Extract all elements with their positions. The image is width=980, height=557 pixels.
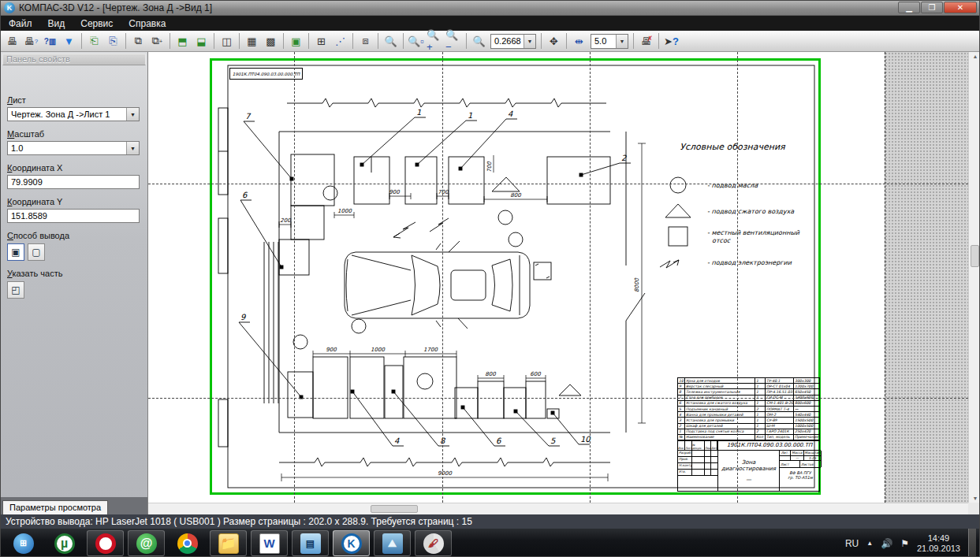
menu-bar: ФайлВидСервисСправка	[1, 16, 979, 31]
signature-row: Пров.	[678, 457, 717, 463]
pan-icon[interactable]: ✥	[545, 32, 563, 50]
corner-stamp: 1901К.ПТ04.090.03.00.000.ТП	[229, 68, 303, 80]
scale-combo-arrow-icon[interactable]: ▼	[126, 142, 139, 154]
taskbar-icon-word[interactable]: W	[251, 530, 288, 556]
help-page-icon[interactable]: ?▥	[41, 32, 59, 50]
sheet-combo-arrow-icon[interactable]: ▼	[126, 108, 139, 121]
page-layout-icon[interactable]: ◫	[218, 32, 236, 50]
zoom-scale-icon[interactable]: 🔍	[470, 32, 488, 50]
zoom-in-icon[interactable]: 🔍+	[426, 32, 444, 50]
tab-preview-parameters[interactable]: Параметры просмотра	[2, 500, 108, 514]
horizontal-scrollbar[interactable]	[148, 503, 968, 514]
taskbar-icon-utorrent[interactable]: µ	[46, 530, 83, 556]
snap-grid-icon[interactable]: ⋰	[331, 32, 349, 50]
menu-item[interactable]: Справка	[121, 16, 173, 31]
close-button[interactable]: ✕	[944, 2, 977, 13]
signature-rows: Разраб. Пров. Н.контр. Утв.	[678, 451, 717, 492]
volume-icon[interactable]: 🔊	[881, 538, 892, 549]
panel-header[interactable]: Панель свойств	[2, 54, 146, 65]
pages-grid-icon[interactable]: ▦	[243, 32, 261, 50]
leader-6: 6	[242, 191, 248, 199]
rotate-page-left-icon[interactable]: ⎗	[85, 32, 103, 50]
tray-expand-icon[interactable]: ▲	[866, 540, 873, 547]
action-center-flag-icon[interactable]: ⚑	[900, 538, 909, 549]
menu-item[interactable]: Вид	[40, 16, 73, 31]
taskbar-icon-opera[interactable]	[87, 530, 124, 556]
system-tray: RU ▲ 🔊 ⚑ 14:49 21.09.2013	[845, 529, 979, 557]
page-break-line	[590, 52, 591, 503]
paste-page-icon[interactable]: ⧉+	[148, 32, 166, 50]
select-part-icon[interactable]: ◰	[7, 281, 24, 299]
dim-overall-9000: 9000	[438, 470, 452, 477]
fit-width-icon[interactable]: ⇹	[570, 32, 588, 50]
spec-row: 6Установка для сжатого воздуха1СМ-1.401.…	[678, 401, 819, 407]
taskbar-icon-mailru-agent[interactable]: @	[128, 530, 165, 556]
scroll-down-icon[interactable]: ▼	[969, 496, 980, 501]
filter-icon[interactable]: ▼	[60, 32, 78, 50]
dim-b900: 900	[326, 347, 337, 353]
taskbar-icon-photo-viewer[interactable]: ⛰	[374, 530, 411, 556]
title-bar[interactable]: K КОМПАС-3D V12 - [Чертеж. Зона Д ->Вид …	[1, 1, 979, 16]
taskbar-icon-control-app[interactable]: ▤	[292, 530, 329, 556]
drawing-sheet: 7 1 1 4 2 6 9 4 8 6 5 10 900 700 800 100…	[210, 58, 821, 495]
language-indicator[interactable]: RU	[845, 538, 859, 549]
scroll-up-icon[interactable]: ▲	[969, 54, 980, 59]
taskbar-icon-kompas-3d[interactable]: K	[333, 530, 370, 556]
add-sheet-icon[interactable]: ⬒	[173, 32, 192, 50]
zoom-page-icon[interactable]: 🔍	[382, 32, 400, 50]
output-part-icon[interactable]: ▣	[7, 243, 24, 261]
zoom-value-combo[interactable]: 0.2668 ▼	[490, 34, 536, 49]
vertical-scroll-thumb[interactable]	[971, 245, 979, 267]
rotate-page-right-icon[interactable]: ⎘	[104, 32, 122, 50]
zoom-out-icon[interactable]: 🔍−	[445, 32, 463, 50]
taskbar-icon-explorer-folder[interactable]: 📁	[210, 530, 247, 556]
restore-button[interactable]: ❐	[921, 2, 943, 13]
fit-page-icon[interactable]: ▣	[287, 32, 305, 50]
zoom-area-icon[interactable]: 🔍▫	[407, 32, 425, 50]
coordy-input[interactable]: 151.8589	[7, 209, 140, 223]
copy-page-icon[interactable]: ⧉	[129, 32, 147, 50]
properties-panel: Панель свойств Лист Чертеж. Зона Д ->Лис…	[1, 52, 148, 514]
print-options-icon[interactable]: 🖶?	[22, 32, 40, 50]
preview-canvas[interactable]: 7 1 1 4 2 6 9 4 8 6 5 10 900 700 800 100…	[148, 52, 968, 503]
menu-item[interactable]: Сервис	[73, 16, 121, 31]
output-whole-icon[interactable]: ▢	[28, 243, 45, 261]
fit-value-combo[interactable]: 5.0 ▼	[591, 34, 628, 49]
organization-cell: ВФ ВА ПГУ гр. ТО-А51м	[780, 468, 821, 491]
start-orb[interactable]: ⊞	[5, 530, 42, 556]
dim-900: 900	[389, 189, 400, 195]
minimize-button[interactable]: ▁	[898, 2, 920, 13]
signature-row: Н.контр.	[678, 463, 717, 470]
spec-row: 1Подставка под снятые колеса2ГАРО 2401К2…	[678, 429, 819, 435]
leader-1a: 1	[416, 108, 421, 117]
leader-b8: 8	[440, 436, 446, 445]
close-preview-icon[interactable]: 🖶✗	[637, 32, 655, 50]
zoom-combo-arrow-icon[interactable]: ▼	[524, 35, 535, 48]
leader-4: 4	[508, 110, 513, 118]
coordx-input[interactable]: 79.9909	[7, 175, 140, 189]
signature-row: Утв.	[678, 470, 717, 476]
tray-date: 21.09.2013	[917, 544, 960, 554]
taskbar-icon-chrome[interactable]	[169, 530, 206, 556]
context-help-icon[interactable]: ➤?	[662, 32, 680, 50]
sheet-combo[interactable]: Чертеж. Зона Д ->Лист 1 ▼	[7, 107, 140, 121]
vertical-scrollbar[interactable]: ▲ ▼	[968, 52, 980, 503]
sheet-label: Лист	[7, 95, 140, 105]
legend-vent-2: отсос	[712, 237, 731, 244]
fit-combo-arrow-icon[interactable]: ▼	[616, 35, 628, 48]
document-number: 1901К.ПТ04.090.03.00.000.ТП	[717, 440, 821, 451]
taskbar-icon-paint[interactable]: 🖌	[415, 530, 452, 556]
leader-7: 7	[245, 112, 252, 121]
pages-select-icon[interactable]: ▩	[262, 32, 280, 50]
add-sheet-after-icon[interactable]: ⬓	[192, 32, 211, 50]
arrange-pages-icon[interactable]: ⧈	[356, 32, 374, 50]
print-icon[interactable]: 🖶	[3, 32, 21, 50]
menu-item[interactable]: Файл	[1, 16, 40, 31]
scale-combo[interactable]: 1.0 ▼	[7, 141, 140, 155]
scale-pages-icon[interactable]: ⊞	[312, 32, 330, 50]
leader-b6: 6	[496, 436, 502, 445]
horizontal-scroll-thumb[interactable]	[371, 505, 418, 513]
clock[interactable]: 14:49 21.09.2013	[917, 533, 960, 554]
equipment-spec-table: 10Урна для отходов1ТУ-40.1300х300 9Верст…	[677, 377, 820, 441]
show-desktop-button[interactable]	[968, 529, 976, 557]
